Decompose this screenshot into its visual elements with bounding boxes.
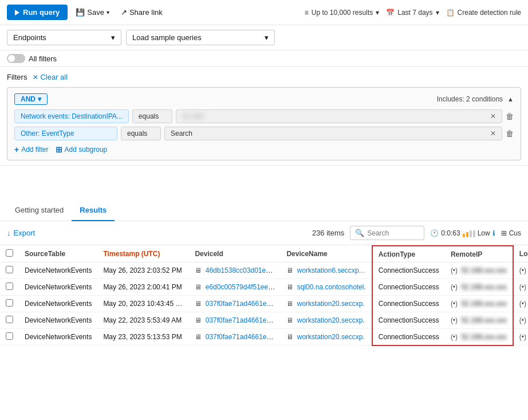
filter-value-1[interactable]: 52.168. ✕ (176, 109, 502, 123)
row-checkbox[interactable] (6, 282, 13, 290)
row-localip: (•) 192.168.xxx (513, 262, 528, 279)
endpoint-selector[interactable]: Endpoints ▾ (7, 30, 121, 45)
results-limit-chevron-icon: ▾ (376, 9, 379, 17)
th-deviceid[interactable]: DeviceId (189, 246, 281, 262)
row-devicename-link[interactable]: workstation20.seccxp. (297, 333, 365, 341)
network-icon: (•) (519, 266, 526, 274)
collapse-icon[interactable]: ▲ (507, 96, 514, 103)
add-filter-button[interactable]: + Add filter (14, 145, 49, 154)
results-toolbar-right: 236 items 🔍 🕐 0:0:63 Low ℹ ⊞ Cus (312, 226, 521, 240)
filter-value-2[interactable]: Search ✕ (164, 127, 502, 140)
play-icon (15, 10, 19, 15)
filter-field-1[interactable]: Network events: DestinationIPA... (14, 109, 129, 123)
device-icon: 🖥 (195, 333, 202, 341)
level-label: Low (478, 229, 490, 237)
device-icon: 🖥 (286, 316, 293, 324)
select-all-checkbox[interactable] (6, 249, 13, 257)
search-input[interactable] (367, 229, 413, 237)
row-deviceid-link[interactable]: 037f0fae71ad4661e3... (206, 333, 276, 341)
row-checkbox[interactable] (6, 266, 13, 273)
row-remoteip-value: 52.168.xxx.xxx (461, 266, 506, 274)
th-devicename[interactable]: DeviceName (281, 246, 372, 262)
and-badge[interactable]: AND ▾ (14, 93, 48, 105)
sample-queries-selector[interactable]: Load sample queries ▾ (126, 30, 275, 45)
toggle-track[interactable] (7, 54, 25, 63)
row-checkbox[interactable] (6, 299, 13, 307)
row-checkbox[interactable] (6, 332, 13, 340)
endpoint-label: Endpoints (13, 33, 46, 42)
filter-field-2[interactable]: Other: EventType (14, 127, 117, 140)
filter-operator-1[interactable]: equals (132, 109, 172, 123)
row-source: DeviceNetworkEvents (19, 329, 97, 346)
row-devicename-link[interactable]: workstation20.seccxp. (297, 300, 365, 308)
add-subgroup-button[interactable]: ⊞ Add subgroup (56, 145, 108, 154)
time-range[interactable]: 📅 Last 7 days ▾ (386, 9, 439, 17)
row-localip: (•) 192.168.xxx (513, 312, 528, 329)
search-box[interactable]: 🔍 (350, 226, 424, 240)
row-timestamp: May 26, 2023 2:00:41 PM (97, 279, 189, 296)
filter-box: AND ▾ Includes: 2 conditions ▲ Network e… (7, 87, 521, 160)
filter-value-clear-icon-1[interactable]: ✕ (490, 112, 496, 120)
run-query-button[interactable]: Run query (7, 5, 68, 20)
filter-delete-icon-2[interactable]: 🗑 (506, 129, 514, 138)
customize-icon: ⊞ (501, 229, 507, 237)
row-devicename-link[interactable]: workstation6.seccxp... (297, 266, 365, 274)
filter-value-text-2: Search (171, 129, 192, 138)
row-devicename-link[interactable]: workstation20.seccxp. (297, 316, 365, 324)
create-rule[interactable]: 📋 Create detection rule (446, 9, 521, 17)
network-icon: (•) (451, 283, 458, 291)
table-row: DeviceNetworkEvents May 26, 2023 2:00:41… (0, 279, 528, 296)
all-filters-toggle[interactable]: All filters (7, 54, 57, 63)
network-icon: (•) (451, 316, 458, 324)
th-checkbox (0, 246, 19, 262)
row-checkbox[interactable] (6, 316, 13, 323)
bar-4 (473, 230, 475, 237)
customize-button[interactable]: ⊞ Cus (501, 229, 521, 237)
device-icon: 🖥 (286, 333, 293, 341)
row-localip: (•) 192.168.xxx (513, 296, 528, 312)
network-icon: (•) (519, 300, 526, 308)
share-link-button[interactable]: ↗ Share link (117, 6, 166, 19)
row-deviceid-link[interactable]: 037f0fae71ad4661e3... (206, 316, 276, 324)
time-label: 0:0:63 (441, 229, 460, 237)
row-deviceid-link[interactable]: 037f0fae71ad4661e3... (206, 300, 276, 308)
filter-operator-2[interactable]: equals (121, 127, 161, 140)
toggle-thumb (8, 55, 15, 62)
save-icon: 💾 (76, 8, 85, 17)
filter-delete-icon-1[interactable]: 🗑 (506, 112, 514, 121)
row-devicename: 🖥 workstation6.seccxp... (281, 262, 372, 279)
filter-row: Other: EventType equals Search ✕ 🗑 (14, 127, 514, 140)
th-sourcetable[interactable]: SourceTable (19, 246, 97, 262)
th-remoteip[interactable]: RemoteIP (445, 246, 513, 262)
filter-box-header: AND ▾ Includes: 2 conditions ▲ (14, 93, 514, 105)
row-actiontype: ConnectionSuccess (372, 312, 445, 329)
th-localip[interactable]: LocalIP (513, 246, 528, 262)
clear-all-x-icon: ✕ (33, 73, 38, 81)
row-devicename-link[interactable]: sql00.na.contosohotel. (297, 283, 366, 291)
time-range-chevron-icon: ▾ (436, 9, 439, 17)
filters-toggle-row: All filters (0, 50, 528, 67)
endpoint-chevron-icon: ▾ (111, 33, 115, 42)
results-limit[interactable]: ≡ Up to 10,000 results ▾ (305, 9, 379, 17)
th-actiontype[interactable]: ActionType (372, 246, 445, 262)
row-deviceid: 🖥 e6d0c00579d4f51ee1... (189, 279, 281, 296)
row-deviceid: 🖥 037f0fae71ad4661e3... (189, 312, 281, 329)
th-timestamp[interactable]: Timestamp (UTC) (97, 246, 189, 262)
row-deviceid: 🖥 037f0fae71ad4661e3... (189, 329, 281, 346)
clear-all-button[interactable]: ✕ Clear all (30, 72, 70, 83)
row-actiontype: ConnectionSuccess (372, 296, 445, 312)
info-icon: ℹ (492, 229, 495, 237)
tab-results[interactable]: Results (72, 200, 115, 221)
row-deviceid-link[interactable]: 46db1538cc03d01ed... (206, 266, 275, 274)
tab-getting-started[interactable]: Getting started (7, 200, 72, 221)
filter-actions: + Add filter ⊞ Add subgroup (14, 145, 514, 154)
row-remoteip-value: 52.168.xxx.xxx (461, 316, 506, 324)
save-button[interactable]: 💾 Save ▾ (72, 6, 113, 19)
network-icon: (•) (451, 333, 458, 341)
export-button[interactable]: ↓ Export (7, 229, 35, 237)
filter-value-clear-icon-2[interactable]: ✕ (490, 129, 496, 138)
clear-all-label: Clear all (40, 73, 68, 81)
row-deviceid-link[interactable]: e6d0c00579d4f51ee1... (206, 283, 278, 291)
row-checkbox-cell (0, 279, 19, 296)
share-link-label: Share link (129, 8, 163, 17)
